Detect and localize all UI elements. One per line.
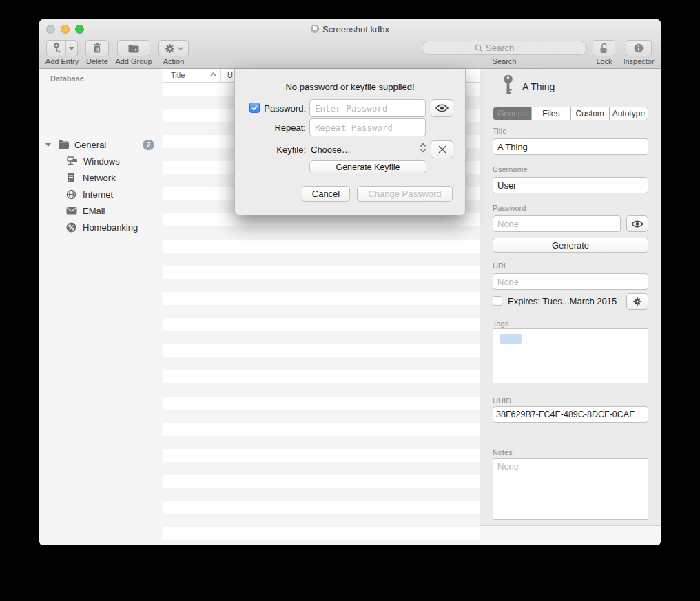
keyfile-popup[interactable]: Choose… (311, 145, 351, 155)
trash-icon (92, 43, 102, 54)
change-password-dialog: No password or keyfile supplied! Passwor… (234, 69, 466, 215)
password-label: Password (493, 204, 526, 212)
search-input[interactable] (486, 43, 534, 53)
window-title: Screenshot.kdbx (322, 24, 389, 34)
globe-icon (66, 189, 76, 200)
tag-token[interactable] (500, 334, 522, 344)
dialog-password-label: Password: (235, 103, 306, 114)
unlock-icon (599, 43, 609, 54)
expires-label: Expires: Tues...March 2015 (508, 296, 617, 306)
delete-label: Delete (83, 57, 112, 65)
sidebar-item-label: General (74, 140, 106, 150)
chevron-down-icon[interactable] (66, 47, 77, 50)
dialog-password-input[interactable] (309, 99, 426, 117)
close-x-icon (438, 145, 446, 154)
sidebar-section-header: Database (50, 74, 84, 83)
disclosure-triangle-icon[interactable] (45, 143, 52, 147)
sidebar-item-homebanking[interactable]: Homebanking (39, 219, 163, 235)
eye-icon (631, 220, 644, 228)
url-label: URL (493, 262, 508, 270)
add-entry-button[interactable] (46, 40, 78, 56)
entry-title: A Thing (522, 81, 555, 92)
reveal-password-button[interactable] (431, 99, 453, 117)
lock-label: Lock (593, 57, 616, 65)
sidebar-item-email[interactable]: EMail (39, 202, 163, 219)
titlebar: Screenshot.kdbx (39, 19, 661, 39)
key-plus-icon (47, 43, 65, 54)
tags-field[interactable] (493, 328, 648, 383)
sidebar-item-label: Network (83, 173, 116, 183)
tags-label: Tags (493, 319, 508, 328)
notes-field[interactable] (493, 458, 648, 520)
sort-ascending-icon (210, 72, 216, 76)
notes-label: Notes (493, 448, 513, 456)
windows-network-icon (66, 156, 78, 166)
sidebar-item-label: Windows (83, 156, 120, 167)
title-label: Title (493, 127, 506, 135)
cancel-button[interactable]: Cancel (302, 186, 350, 202)
change-password-button[interactable]: Change Password (357, 186, 453, 202)
delete-button[interactable] (85, 40, 109, 56)
inspector-button[interactable] (626, 40, 652, 56)
document-proxy-icon (311, 25, 319, 33)
generate-password-button[interactable]: Generate (493, 238, 648, 253)
tab-general[interactable]: General (493, 107, 532, 120)
add-group-label: Add Group (111, 57, 156, 65)
column-header-username[interactable]: U (227, 71, 233, 79)
window-chrome: Screenshot.kdbx Add Entry (39, 19, 661, 69)
add-group-button[interactable] (117, 40, 150, 56)
search-icon (475, 44, 483, 52)
reveal-password-button[interactable] (626, 215, 648, 232)
inspector-panel: A Thing General Files Custom Autotype Ti… (480, 69, 661, 545)
add-entry-label: Add Entry (42, 57, 82, 65)
inspector-label: Inspector (619, 57, 658, 65)
inspector-tabs: General Files Custom Autotype (493, 107, 648, 120)
search-field[interactable] (422, 41, 587, 55)
expires-checkbox[interactable] (493, 296, 502, 306)
info-icon (633, 43, 644, 54)
action-label: Action (160, 57, 187, 65)
folder-plus-icon (127, 43, 140, 54)
dialog-repeat-input[interactable] (309, 118, 426, 136)
column-header-title[interactable]: Title (171, 71, 185, 79)
username-field[interactable] (493, 177, 648, 193)
generate-keyfile-button[interactable]: Generate Keyfile (309, 160, 426, 173)
entry-count-badge: 2 (143, 140, 154, 150)
tab-custom[interactable]: Custom (571, 107, 610, 120)
notes-divider (480, 439, 661, 439)
gear-icon (165, 43, 175, 54)
key-icon (502, 74, 515, 96)
app-window: Screenshot.kdbx Add Entry (39, 19, 661, 545)
dialog-keyfile-label: Keyfile: (235, 145, 306, 155)
sidebar-item-label: Internet (83, 189, 113, 200)
dialog-repeat-label: Repeat: (235, 123, 306, 133)
title-field[interactable] (493, 138, 648, 155)
lock-button[interactable] (593, 40, 615, 56)
dialog-message: No password or keyfile supplied! (235, 82, 465, 92)
server-icon (66, 173, 76, 183)
url-field[interactable] (493, 273, 648, 290)
gear-icon (632, 297, 642, 306)
percent-icon (66, 222, 76, 233)
sidebar: Database General 2 (39, 69, 163, 545)
uuid-field[interactable] (493, 406, 648, 423)
sidebar-item-windows[interactable]: Windows (39, 153, 163, 169)
sidebar-item-internet[interactable]: Internet (39, 186, 163, 202)
username-label: Username (493, 165, 528, 173)
tab-autotype[interactable]: Autotype (610, 107, 648, 120)
expires-settings-button[interactable] (626, 293, 648, 310)
password-field[interactable] (493, 215, 621, 232)
sidebar-item-label: Homebanking (83, 222, 138, 233)
envelope-icon (66, 207, 77, 215)
column-divider[interactable] (220, 69, 221, 83)
sidebar-item-label: EMail (83, 206, 105, 216)
action-button[interactable] (158, 40, 189, 56)
sidebar-item-network[interactable]: Network (39, 169, 163, 186)
sidebar-item-general[interactable]: General 2 (39, 136, 163, 153)
search-label: Search (484, 57, 525, 65)
eye-icon (435, 104, 449, 112)
chevron-down-icon (178, 47, 183, 50)
popup-stepper-icon[interactable] (420, 143, 426, 153)
clear-keyfile-button[interactable] (431, 140, 453, 158)
tab-files[interactable]: Files (532, 107, 570, 120)
